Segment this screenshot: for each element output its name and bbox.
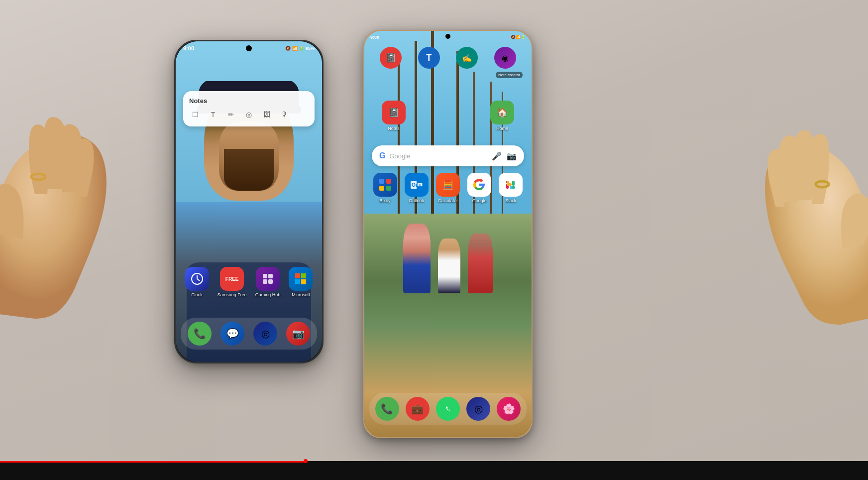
whatsapp-icon[interactable] [436, 397, 460, 421]
home-app-label: Home [496, 126, 508, 131]
app-clock[interactable]: Clock [185, 267, 209, 297]
google-lens-icon[interactable]: 📷 [507, 151, 517, 161]
family-figures [403, 224, 493, 293]
slack-icon[interactable] [499, 173, 523, 197]
google-search-bar[interactable]: G Google 🎤 📷 [372, 145, 524, 166]
notes-icon-row: ☐ T ✏ ◎ 🖼 🎙 [189, 109, 309, 120]
home-app-icon[interactable]: 🏠 [490, 101, 514, 124]
phone-right: 9:00 🔕📶🔋 📓 T ✍ ◉ Note creator 📓 Notes 🏠 … [363, 30, 533, 438]
right-hand [699, 90, 868, 329]
dock-phone[interactable]: 📞 [188, 322, 212, 346]
dock-camera[interactable]: 📷 [286, 322, 310, 346]
palm-trunk-2 [456, 51, 459, 234]
bixby-icon[interactable] [373, 173, 397, 197]
note-icon-text[interactable]: T [207, 109, 219, 120]
right-app-outlook[interactable]: Ou📧 Outlook [405, 173, 429, 203]
progress-bar[interactable] [0, 461, 304, 463]
right-dock-whatsapp[interactable] [436, 397, 460, 421]
svg-rect-15 [379, 186, 384, 191]
bottom-bar [0, 461, 868, 480]
spen-btn-notes[interactable]: 📓 [380, 47, 402, 69]
google-app-icon[interactable] [467, 173, 491, 197]
notes-app-label: Notes [388, 126, 400, 131]
left-hand [0, 75, 174, 324]
clock-label: Clock [191, 292, 203, 297]
outlook-icon[interactable]: Ou📧 [405, 173, 429, 197]
right-dock-samsung[interactable]: 💼 [406, 397, 430, 421]
note-creator-label: Note creator [496, 72, 523, 78]
right-app-row2: Bixby Ou📧 Outlook 🧮 Calculator Google [369, 173, 527, 203]
progress-dot[interactable] [304, 459, 308, 463]
svg-rect-12 [301, 279, 306, 284]
left-phone-wallpaper [176, 41, 322, 362]
phone-icon[interactable]: 📞 [188, 322, 212, 346]
blossom-icon[interactable]: 🌸 [497, 397, 521, 421]
spen-btn-creator[interactable]: ✍ [456, 47, 478, 69]
note-icon-square[interactable]: ☐ [189, 109, 201, 120]
calculator-label: Calculator [438, 198, 458, 203]
dock-left: 📞 💬 ◎ 📷 [181, 318, 317, 350]
svg-rect-14 [386, 179, 391, 184]
family-figure-2 [438, 239, 460, 293]
right-app-bixby[interactable]: Bixby [373, 173, 397, 203]
dock-right: 📞 💼 ◎ 🌸 [369, 393, 527, 425]
right-app-notes[interactable]: 📓 Notes [382, 101, 406, 131]
note-icon-pen[interactable]: ✏ [225, 109, 237, 120]
app-gaming-hub[interactable]: Gaming Hub [255, 267, 281, 297]
samsung-free-icon[interactable]: FREE [220, 267, 244, 291]
dock-messages[interactable]: 💬 [220, 322, 244, 346]
notes-widget[interactable]: Notes ☐ T ✏ ◎ 🖼 🎙 [183, 91, 315, 126]
note-icon-circle[interactable]: ◎ [243, 109, 255, 120]
app-samsung-free[interactable]: FREE Samsung Free [217, 267, 247, 297]
svg-rect-6 [268, 274, 273, 278]
right-app-google[interactable]: Google [467, 173, 491, 203]
slack-label: Slack [505, 198, 516, 203]
svg-rect-25 [512, 181, 515, 186]
app-microsoft[interactable]: Microsoft [289, 267, 313, 297]
svg-rect-11 [295, 279, 300, 284]
right-dock-galaxy2[interactable]: ◎ [466, 397, 490, 421]
clock-icon[interactable] [185, 267, 209, 291]
right-app-home[interactable]: 🏠 Home [490, 101, 514, 131]
messages-icon[interactable]: 💬 [220, 322, 244, 346]
google-g-icon: G [379, 151, 385, 160]
time-right: 9:00 [370, 35, 379, 40]
note-icon-mic[interactable]: 🎙 [279, 109, 291, 120]
right-app-row1: 📓 Notes 🏠 Home [372, 101, 524, 131]
right-app-slack[interactable]: Slack [499, 173, 523, 203]
svg-rect-5 [263, 274, 267, 278]
dock-galaxy[interactable]: ◎ [253, 322, 277, 346]
time-left: 9:00 [183, 45, 194, 51]
right-dock-phone[interactable]: 📞 [375, 397, 399, 421]
face-detail [219, 121, 279, 191]
note-icon-image[interactable]: 🖼 [261, 109, 273, 120]
palm-trunk-4 [415, 41, 417, 234]
google-placeholder: Google [389, 152, 492, 160]
galaxy-icon[interactable]: ◎ [253, 322, 277, 346]
svg-text:📧: 📧 [417, 182, 423, 188]
family-figure-3 [468, 234, 493, 293]
app-row-left: Clock FREE Samsung Free Gaming Hub Micro… [181, 267, 317, 297]
right-phone-icon[interactable]: 📞 [375, 397, 399, 421]
svg-rect-10 [301, 273, 306, 278]
right-app-calculator[interactable]: 🧮 Calculator [436, 173, 460, 203]
microsoft-label: Microsoft [292, 292, 310, 297]
gaming-hub-icon[interactable] [256, 267, 280, 291]
right-dock-blossom[interactable]: 🌸 [497, 397, 521, 421]
bixby-label: Bixby [380, 198, 391, 203]
phone-left: 9:00 🔕 📶 🔋 95% Notes ☐ T ✏ ◎ 🖼 🎙 [174, 40, 324, 363]
camera-notch-left [246, 45, 252, 51]
camera-notch-right [445, 34, 450, 39]
microsoft-icon[interactable] [289, 267, 313, 291]
spen-btn-bixby[interactable]: ◉ [494, 47, 516, 69]
spen-btn-text[interactable]: T [418, 47, 440, 69]
gaming-hub-label: Gaming Hub [255, 292, 281, 297]
right-galaxy-icon[interactable]: ◎ [466, 397, 490, 421]
camera-icon[interactable]: 📷 [286, 322, 310, 346]
spen-toolbar: 📓 T ✍ ◉ [372, 47, 524, 69]
right-samsung-icon[interactable]: 💼 [406, 397, 430, 421]
google-mic-icon[interactable]: 🎤 [492, 151, 502, 161]
notes-app-icon[interactable]: 📓 [382, 101, 406, 124]
calculator-icon[interactable]: 🧮 [436, 173, 460, 197]
svg-rect-13 [379, 179, 384, 184]
